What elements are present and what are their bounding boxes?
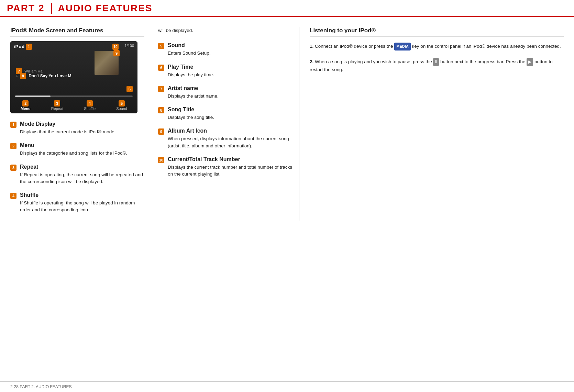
feature-desc-5: Enters Sound Setup. — [168, 50, 211, 57]
badge-10: 10 — [112, 44, 119, 50]
feature-badge-4: 4 — [10, 193, 16, 199]
feature-desc-6: Displays the play time. — [168, 71, 214, 78]
feature-badge-10: 10 — [158, 157, 164, 163]
song-title-text: Don't Say You Love M — [29, 74, 71, 78]
feature-item-4: 4 Shuffle If Shuffle is operating, the s… — [10, 192, 144, 214]
feature-item-8: 8 Song Title Displays the song title. — [158, 107, 292, 121]
badge-8: 8 — [20, 73, 26, 79]
feature-title-9: Album Art Icon — [168, 128, 292, 134]
feature-badge-5: 5 — [158, 43, 164, 49]
ipod-nav-bar: 2 Menu 3 Repeat 4 Shuffle 5 — [10, 100, 137, 111]
badge-6: 6 — [126, 86, 133, 92]
left-column: iPod® Mode Screen and Features iPod 1 10… — [10, 27, 155, 221]
badge-1: 1 — [26, 44, 32, 50]
feature-item-10: 10 Current/Total Track Number Displays t… — [158, 156, 292, 178]
header-title: AUDIO FEATURES — [58, 3, 153, 14]
play-button-icon: ▶ — [527, 58, 533, 66]
feature-title-4: Shuffle — [20, 192, 144, 198]
progress-bar-fill — [15, 96, 51, 97]
feature-title-6: Play Time — [168, 64, 214, 70]
nav-menu: 2 Menu — [21, 100, 31, 111]
nav-shuffle: 4 Shuffle — [84, 100, 96, 111]
feature-desc-9: When pressed, displays information about… — [168, 135, 292, 149]
badge-3: 3 — [54, 100, 60, 107]
feature-badge-9: 9 — [158, 128, 164, 135]
feature-badge-6: 6 — [158, 65, 164, 71]
nav-sound: 5 Sound — [116, 100, 127, 111]
left-section-title: iPod® Mode Screen and Features — [10, 27, 144, 36]
step-1-num: 1. — [310, 44, 315, 49]
right-section-title: Listening to your iPod® — [310, 27, 564, 36]
feature-item-5: 5 Sound Enters Sound Setup. — [158, 42, 292, 57]
feature-item-1: 1 Mode Display Displays that the current… — [10, 121, 144, 135]
feature-item-2: 2 Menu Displays the categories and song … — [10, 142, 144, 157]
mid-features-list: 5 Sound Enters Sound Setup. 6 Play Time … — [158, 42, 292, 178]
badge-4: 4 — [87, 100, 93, 107]
song-title-display: ♪ 8 Don't Say You Love M — [16, 73, 71, 79]
feature-desc-1: Displays that the current mode is iPod® … — [20, 128, 116, 135]
feature-title-8: Song Title — [168, 107, 214, 113]
middle-column: will be displayed. 5 Sound Enters Sound … — [155, 27, 299, 221]
feature-badge-8: 8 — [158, 107, 164, 113]
feature-desc-4: If Shuffle is operating, the song will b… — [20, 200, 144, 214]
right-column: Listening to your iPod® 1. Connect an iP… — [299, 27, 564, 221]
feature-content-2: Menu Displays the categories and song li… — [20, 142, 127, 157]
step-1-text-before: Connect an iPod® device or press the — [315, 44, 394, 49]
feature-content-4: Shuffle If Shuffle is operating, the son… — [20, 192, 144, 214]
feature-content-6: Play Time Displays the play time. — [168, 64, 214, 78]
feature-desc-2: Displays the categories and song lists f… — [20, 150, 127, 157]
feature-desc-7: Displays the artist name. — [168, 93, 219, 100]
feature-badge-3: 3 — [10, 165, 16, 171]
feature-desc-3: If Repeat is operating, the current song… — [20, 171, 144, 186]
feature-title-10: Current/Total Track Number — [168, 156, 292, 163]
page-header: PART 2 AUDIO FEATURES — [0, 0, 574, 17]
step-2-num: 2. — [310, 59, 315, 64]
feature-item-7: 7 Artist name Displays the artist name. — [158, 85, 292, 100]
footer-text: 2-28 PART 2. AUDIO FEATURES — [10, 384, 72, 389]
header-part: PART 2 — [7, 3, 45, 14]
ipod-label: iPod — [14, 44, 25, 49]
feature-item-9: 9 Album Art Icon When pressed, displays … — [158, 128, 292, 149]
pause-button-icon: II — [433, 58, 439, 66]
listen-steps-list: 1. Connect an iPod® device or press the … — [310, 43, 564, 74]
badge-2: 2 — [22, 100, 29, 107]
nav-shuffle-label: Shuffle — [84, 107, 96, 111]
listen-step-2: 2. When a song is playing and you wish t… — [310, 58, 564, 74]
track-info: 1/100 — [124, 44, 134, 48]
feature-title-2: Menu — [20, 142, 127, 148]
feature-title-5: Sound — [168, 42, 211, 48]
listen-step-1: 1. Connect an iPod® device or press the … — [310, 43, 564, 51]
feature-badge-7: 7 — [158, 86, 164, 92]
badge-5: 5 — [119, 100, 125, 107]
feature-desc-10: Displays the current track number and to… — [168, 164, 292, 178]
feature-item-3: 3 Repeat If Repeat is operating, the cur… — [10, 164, 144, 186]
nav-repeat-label: Repeat — [51, 107, 63, 111]
feature-content-7: Artist name Displays the artist name. — [168, 85, 219, 100]
badge-9: 9 — [113, 50, 120, 56]
page-footer: 2-28 PART 2. AUDIO FEATURES — [0, 381, 574, 392]
feature-content-1: Mode Display Displays that the current m… — [20, 121, 116, 135]
feature-content-8: Song Title Displays the song title. — [168, 107, 214, 121]
feature-content-9: Album Art Icon When pressed, displays in… — [168, 128, 292, 149]
feature-desc-8: Displays the song title. — [168, 114, 214, 121]
progress-area: 6 — [15, 96, 133, 97]
feature-content-5: Sound Enters Sound Setup. — [168, 42, 211, 57]
nav-menu-label: Menu — [21, 107, 31, 111]
left-features-list: 1 Mode Display Displays that the current… — [10, 121, 144, 214]
step-1-text-after: key on the control panel if an iPod® dev… — [412, 44, 561, 49]
media-button-icon: MEDIA — [394, 43, 410, 51]
nav-repeat: 3 Repeat — [51, 100, 63, 111]
ipod-screen-mockup: iPod 1 10 1/100 9 7 William Ha — [10, 41, 137, 113]
progress-bar-bg — [15, 96, 133, 97]
right-title-text: Listening to your iPod® — [310, 27, 376, 34]
feature-title-3: Repeat — [20, 164, 144, 170]
header-divider — [51, 3, 52, 14]
nav-sound-label: Sound — [116, 107, 127, 111]
main-content: iPod® Mode Screen and Features iPod 1 10… — [0, 17, 574, 227]
feature-title-7: Artist name — [168, 85, 219, 91]
feature-content-10: Current/Total Track Number Displays the … — [168, 156, 292, 178]
continuation-text: will be displayed. — [158, 27, 292, 34]
feature-title-1: Mode Display — [20, 121, 116, 127]
step-2-text-mid: button next to the progress bar. Press t… — [440, 59, 527, 64]
feature-badge-2: 2 — [10, 143, 16, 149]
